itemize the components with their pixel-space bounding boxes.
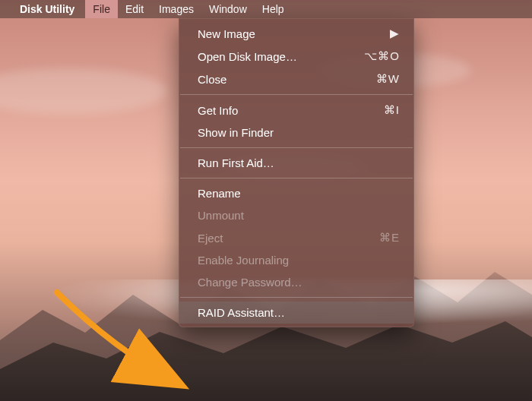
file-menu-dropdown: New Image▶Open Disk Image…⌥⌘OClose⌘WGet … <box>179 18 414 327</box>
menu-item-raid-assistant[interactable]: RAID Assistant… <box>179 302 413 324</box>
menu-help[interactable]: Help <box>255 0 292 18</box>
menu-item-label: Open Disk Image… <box>198 50 297 63</box>
menu-item-show-in-finder[interactable]: Show in Finder <box>179 122 413 144</box>
menu-item-shortcut: ⌘I <box>384 103 400 117</box>
menu-item-label: Rename <box>198 187 241 200</box>
menu-item-change-password: Change Password… <box>179 271 413 293</box>
menu-edit[interactable]: Edit <box>118 0 151 18</box>
menu-item-label: New Image <box>198 27 255 40</box>
menu-item-shortcut: ⌘E <box>379 231 400 245</box>
menu-bar: Disk Utility File Edit Images Window Hel… <box>0 0 532 18</box>
menu-file[interactable]: File <box>85 0 118 18</box>
menu-separator <box>180 94 413 95</box>
menu-item-label: Unmount <box>198 209 244 222</box>
menu-separator <box>180 147 413 148</box>
menu-item-shortcut: ⌥⌘O <box>364 49 400 63</box>
menu-item-eject: Eject⌘E <box>179 226 413 249</box>
menu-item-label: RAID Assistant… <box>198 306 285 319</box>
menu-item-get-info[interactable]: Get Info⌘I <box>179 99 413 122</box>
app-name[interactable]: Disk Utility <box>20 3 74 15</box>
menu-item-close[interactable]: Close⌘W <box>179 68 413 90</box>
menu-item-shortcut: ⌘W <box>376 72 400 86</box>
cloud-decoration <box>0 68 167 114</box>
menu-item-open-disk-image[interactable]: Open Disk Image…⌥⌘O <box>179 45 413 68</box>
menu-item-enable-journaling: Enable Journaling <box>179 249 413 271</box>
menu-item-label: Get Info <box>198 104 238 117</box>
menu-item-run-first-aid[interactable]: Run First Aid… <box>179 152 413 174</box>
menu-item-label: Show in Finder <box>198 126 274 139</box>
menu-item-unmount: Unmount <box>179 204 413 226</box>
menu-item-label: Enable Journaling <box>198 254 289 267</box>
submenu-arrow-icon: ▶ <box>390 27 400 40</box>
menu-window[interactable]: Window <box>201 0 255 18</box>
menu-images[interactable]: Images <box>151 0 201 18</box>
menu-item-new-image[interactable]: New Image▶ <box>179 22 413 45</box>
menu-item-label: Close <box>198 73 226 86</box>
menu-separator <box>180 297 413 298</box>
menu-item-label: Eject <box>198 232 223 245</box>
menu-item-rename[interactable]: Rename <box>179 182 413 204</box>
menu-separator <box>180 178 413 178</box>
menu-item-label: Run First Aid… <box>198 156 274 169</box>
menu-item-label: Change Password… <box>198 276 302 289</box>
